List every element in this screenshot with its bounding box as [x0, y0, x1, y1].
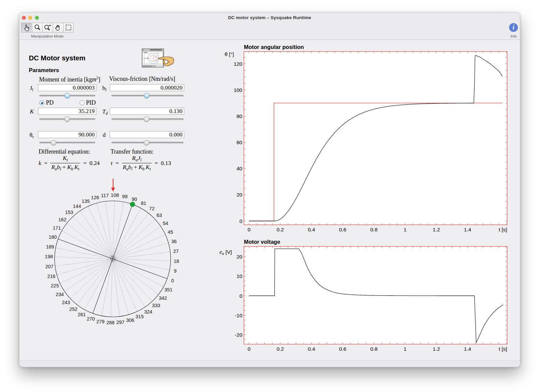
svg-text:207: 207	[45, 264, 53, 269]
svg-text:1.2: 1.2	[433, 227, 440, 232]
svg-text:1: 1	[404, 227, 407, 232]
svg-text:18: 18	[174, 259, 179, 264]
svg-text:0.6: 0.6	[339, 346, 346, 352]
svg-text:126: 126	[91, 195, 99, 200]
svg-text:315: 315	[136, 314, 144, 319]
svg-text:θ [°]: θ [°]	[225, 51, 234, 57]
svg-text:t [s]: t [s]	[499, 227, 507, 232]
svg-text:0.2: 0.2	[277, 227, 284, 232]
svg-text:20: 20	[237, 254, 243, 260]
svg-text:252: 252	[69, 306, 77, 312]
svg-text:333: 333	[152, 303, 160, 308]
svg-text:225: 225	[51, 283, 59, 288]
svg-text:189: 189	[46, 244, 54, 249]
svg-text:-20: -20	[235, 332, 243, 338]
svg-text:171: 171	[53, 225, 61, 231]
svg-text:117: 117	[101, 193, 109, 198]
svg-text:1.4: 1.4	[464, 346, 471, 352]
svg-text:306: 306	[126, 318, 134, 323]
svg-text:80: 80	[237, 113, 243, 119]
svg-text:288: 288	[106, 320, 114, 325]
svg-text:297: 297	[116, 320, 125, 325]
svg-text:216: 216	[47, 274, 55, 279]
svg-text:342: 342	[159, 295, 167, 301]
svg-text:120: 120	[234, 61, 242, 67]
svg-text:10: 10	[237, 273, 243, 279]
svg-text:153: 153	[65, 210, 73, 215]
svg-text:36: 36	[171, 239, 177, 244]
svg-text:t [s]: t [s]	[499, 346, 507, 352]
svg-text:99: 99	[122, 194, 128, 199]
svg-text:324: 324	[144, 309, 152, 315]
svg-text:60: 60	[237, 139, 243, 145]
svg-text:180: 180	[49, 234, 57, 240]
svg-text:135: 135	[82, 199, 90, 204]
svg-text:0: 0	[239, 218, 242, 224]
svg-text:0.4: 0.4	[308, 227, 315, 232]
svg-text:90: 90	[132, 197, 137, 202]
svg-text:0.8: 0.8	[370, 346, 378, 352]
svg-text:27: 27	[173, 248, 179, 254]
svg-text:45: 45	[168, 229, 173, 235]
svg-text:1.2: 1.2	[433, 346, 440, 352]
svg-text:0.2: 0.2	[277, 346, 284, 352]
svg-text:40: 40	[237, 166, 243, 171]
svg-text:-10: -10	[235, 313, 243, 318]
svg-text:0: 0	[248, 346, 251, 352]
svg-text:243: 243	[62, 300, 70, 305]
svg-text:0: 0	[239, 293, 242, 299]
svg-text:0.6: 0.6	[339, 227, 346, 232]
svg-text:1.4: 1.4	[464, 227, 471, 232]
svg-text:144: 144	[73, 204, 81, 209]
svg-text:351: 351	[164, 287, 173, 292]
svg-text:0.4: 0.4	[308, 346, 315, 352]
svg-text:Motor angular position: Motor angular position	[244, 44, 304, 50]
svg-text:279: 279	[96, 319, 104, 324]
svg-text:108: 108	[111, 192, 119, 198]
svg-text:54: 54	[163, 221, 168, 226]
svg-text:ea [V]: ea [V]	[219, 249, 232, 256]
svg-text:234: 234	[56, 292, 64, 297]
svg-text:100: 100	[234, 87, 242, 93]
svg-text:20: 20	[237, 192, 243, 198]
svg-text:261: 261	[78, 312, 86, 317]
svg-text:270: 270	[87, 316, 95, 322]
svg-text:63: 63	[157, 213, 162, 218]
svg-text:1: 1	[404, 346, 407, 352]
svg-text:9: 9	[174, 268, 177, 274]
svg-text:0: 0	[248, 227, 251, 232]
svg-text:0: 0	[171, 278, 174, 283]
svg-text:198: 198	[45, 254, 53, 259]
svg-text:162: 162	[58, 217, 66, 222]
svg-text:0.8: 0.8	[370, 227, 378, 232]
svg-text:72: 72	[149, 206, 155, 211]
svg-text:Motor voltage: Motor voltage	[244, 239, 280, 245]
svg-text:81: 81	[141, 201, 146, 206]
